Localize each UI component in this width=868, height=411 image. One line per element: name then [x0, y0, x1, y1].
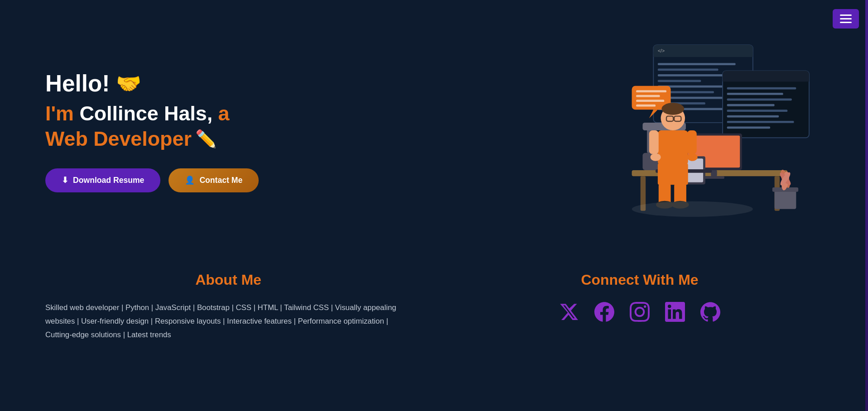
- social-icons-row: [457, 301, 823, 323]
- svg-rect-16: [727, 87, 796, 90]
- svg-rect-27: [636, 95, 660, 97]
- svg-rect-28: [636, 100, 664, 102]
- developer-title-text: Web Developer: [45, 127, 192, 150]
- intro-line: I'm Collince Hals, a: [45, 101, 259, 126]
- menu-bar-3: [840, 22, 852, 23]
- pencil-icon: ✏️: [195, 129, 217, 149]
- hero-section: Hello! 🤝 I'm Collince Hals, a Web Develo…: [0, 0, 868, 253]
- github-icon[interactable]: [699, 301, 721, 323]
- intro-name-text: Collince Hals,: [79, 102, 212, 124]
- svg-rect-50: [687, 130, 697, 154]
- about-title: About Me: [45, 272, 411, 288]
- facebook-icon[interactable]: [593, 301, 615, 323]
- about-section: About Me Skilled web developer | Python …: [45, 272, 411, 342]
- linkedin-icon[interactable]: [664, 301, 686, 323]
- svg-rect-19: [727, 104, 775, 106]
- hamburger-menu-button[interactable]: [833, 9, 859, 29]
- svg-rect-26: [636, 90, 666, 92]
- hero-text-block: Hello! 🤝 I'm Collince Hals, a Web Develo…: [45, 70, 259, 193]
- svg-rect-29: [636, 105, 656, 107]
- contact-me-button[interactable]: 👤 Contact Me: [169, 168, 259, 192]
- svg-rect-53: [658, 163, 688, 185]
- svg-rect-2: [653, 52, 753, 57]
- svg-rect-17: [727, 93, 783, 95]
- scroll-accent-bar: [865, 0, 868, 411]
- connect-title: Connect With Me: [457, 272, 823, 288]
- svg-rect-7: [658, 80, 701, 82]
- instagram-icon[interactable]: [629, 301, 651, 323]
- cta-buttons: ⬇ Download Resume 👤 Contact Me: [45, 168, 259, 192]
- svg-text:</>: </>: [658, 48, 665, 53]
- about-text: Skilled web developer | Python | JavaScr…: [45, 301, 411, 342]
- svg-rect-20: [727, 110, 788, 112]
- svg-rect-59: [775, 190, 796, 209]
- download-resume-label: Download Resume: [73, 176, 144, 185]
- svg-rect-22: [727, 121, 794, 123]
- svg-rect-6: [658, 74, 727, 76]
- svg-rect-38: [711, 170, 717, 176]
- connect-section: Connect With Me: [457, 272, 823, 342]
- greeting-line: Hello! 🤝: [45, 70, 259, 97]
- svg-rect-39: [704, 176, 724, 179]
- svg-rect-18: [727, 98, 792, 100]
- download-icon: ⬇: [62, 176, 68, 185]
- intro-orange-text: I'm: [45, 102, 74, 124]
- intro-suffix-text: a: [218, 102, 230, 124]
- developer-illustration-svg: </>: [605, 36, 823, 226]
- svg-rect-21: [727, 115, 779, 118]
- developer-title-line: Web Developer ✏️: [45, 127, 259, 150]
- svg-rect-23: [727, 127, 770, 129]
- download-resume-button[interactable]: ⬇ Download Resume: [45, 168, 160, 192]
- greeting-text: Hello!: [45, 70, 110, 97]
- svg-rect-15: [723, 76, 809, 81]
- svg-rect-4: [658, 63, 736, 65]
- handshake-icon: 🤝: [116, 72, 141, 96]
- svg-point-58: [632, 201, 753, 217]
- twitter-x-icon[interactable]: [558, 301, 580, 323]
- svg-rect-49: [649, 130, 659, 154]
- contact-icon: 👤: [185, 176, 195, 185]
- menu-bar-2: [840, 18, 852, 19]
- svg-point-52: [687, 153, 698, 161]
- svg-rect-48: [658, 130, 688, 165]
- bottom-sections: About Me Skilled web developer | Python …: [0, 253, 868, 369]
- svg-point-47: [662, 103, 685, 115]
- contact-me-label: Contact Me: [199, 176, 242, 185]
- hero-illustration: </>: [605, 36, 823, 226]
- svg-rect-5: [658, 69, 719, 71]
- menu-bar-1: [840, 14, 852, 16]
- svg-point-51: [651, 153, 661, 161]
